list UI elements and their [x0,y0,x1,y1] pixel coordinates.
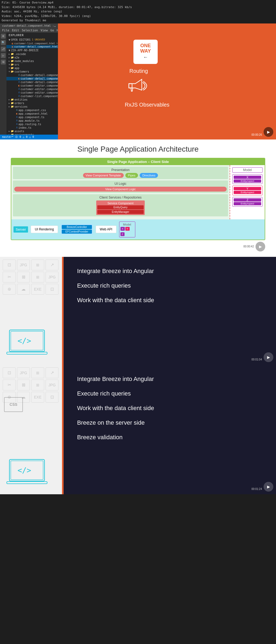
filename-app-html: app.component.html [18,112,47,115]
client-services-layer: Client Services / Repositories Service C… [13,194,228,216]
icon-panel-1: ⊡ JPG ⊞ ↗ ✂ ⊠ ⊞ JPG ⊛ ☁ EXE ⊡ </> [0,257,62,365]
icon-grid-item: ⊡ [46,284,58,295]
course-items-2: Integrate Breeze into Angular Execute ri… [73,376,265,441]
open-editor-customer-detail[interactable]: ◧ customer-detail.component.html src/app… [6,45,58,48]
course-item-2-0: Integrate Breeze into Angular [77,376,265,383]
entity-x-letter: X [234,176,261,179]
menu-edit[interactable]: Edit [12,29,19,32]
course-section-2: ⊡ JPG ⊞ ↗ ✂ ⊠ ⊞ JPG ⊛ ☁ EXE ⊡ CSS </> [0,365,276,494]
ts-icon-1: A [18,81,20,83]
file-customer-detail-html[interactable]: ◧ customer-detail.component.html [6,77,58,80]
ts-icon-4: A [18,95,20,97]
menu-selection[interactable]: Selection [22,29,38,32]
icon-grid-item: JPG [46,272,58,282]
search-activity-icon[interactable]: 🔍 [1,40,6,45]
folder-node-modules[interactable]: ▶ 📁 node_modules [6,59,58,63]
debug-activity-icon[interactable]: ▷ [1,53,6,58]
file-customer-detail-ts[interactable]: A customer-detail.component.ts [6,80,58,84]
filename-customer-detail-ts: customer-detail.component.ts [20,81,58,84]
project-chevron: ▼ [9,49,10,52]
css-file-icon: CSS [4,397,23,412]
menu-go[interactable]: Go [50,29,54,32]
play-button-1[interactable]: ▶ [264,127,273,137]
extensions-activity-icon[interactable]: ⧉ [1,60,6,64]
menu-view[interactable]: View [41,29,48,32]
file-app-routing[interactable]: A app.routing.ts [6,122,58,126]
file-app-css[interactable]: A app.component.css [6,108,58,112]
filename-customer-list-ts: customer-list.component.ts [20,95,58,98]
explorer-activity-icon[interactable]: ⊞ [1,34,6,39]
activity-bar: ⊞ 🔍 ⎇ ▷ ⧉ [0,33,6,137]
server-badge-z: Z [120,232,125,236]
play-button-2[interactable]: ▶ [256,242,265,251]
folder-customers[interactable]: ▼ 📂 customers [6,70,58,73]
icon-grid-bg-1: ⊡ JPG ⊞ ↗ ✂ ⊠ ⊞ JPG ⊛ ☁ EXE ⊡ [0,257,62,297]
folder-services[interactable]: ▶ 📁 services [6,105,58,108]
chevron-node: ▶ [9,60,10,62]
folder-src[interactable]: ▼ 📂 src [6,63,58,66]
folder-entities[interactable]: ▶ 📁 entities [6,98,58,101]
entity-z-name: EntityAspect [234,202,261,205]
presentation-label: Presentation [14,168,227,172]
entity-manager-label: EntityManager [97,210,144,214]
ui-logic-layer: UI Logic View Component Logic [13,180,228,193]
open-editors-text: OPEN EDITORS [11,38,30,41]
course-section-1: ⊡ JPG ⊞ ↗ ✂ ⊠ ⊞ JPG ⊛ ☁ EXE ⊡ </> [0,257,276,365]
spa-model-panel: Model X EntityAspect Y EntityAspect Z En [230,165,265,219]
folder-app[interactable]: ▼ 📂 app [6,66,58,70]
menu-file[interactable]: File [2,29,9,32]
folder-assets[interactable]: ▶ 📁 assets [6,130,58,133]
file-app-module[interactable]: A app.module.ts [6,119,58,122]
spa-footer: 00:00:42 ▶ [11,242,265,251]
html-icon: ◧ [12,42,13,45]
spa-diagram: Single Page Application – Client Side Pr… [11,158,265,240]
one-way-text: ONEWAY [140,43,151,54]
open-editor-customer-list[interactable]: ◧ customer-list.component.html src/app/c… [6,42,58,45]
file-customer-editor-html[interactable]: ◧ customer-editor.component.html [6,84,58,87]
icon-grid-item: EXE [31,284,44,295]
file-customer-list-ts[interactable]: A customer-list.component.ts [6,94,58,98]
icon-grid-item-2: ⊠ [17,380,30,390]
service-component-box: Service Component EntityQuery EntityMana… [96,200,145,215]
file-customer-detail-css[interactable]: A customer-detail.component.css [6,73,58,77]
folder-vscode[interactable]: ▶ 📁 .vscode [6,52,58,56]
routing-label: Routing [129,68,148,74]
pill-view-logic: View Component Logic [14,187,227,192]
icon-grid-item-2: ⊡ [3,367,16,378]
icon-grid-item-2: JPG [17,367,30,378]
folder-name-assets: assets [15,130,24,133]
git-activity-icon[interactable]: ⎇ [1,47,6,52]
spa-section: Single Page Application Architecture Sin… [0,139,276,257]
entity-x-name: EntityAspect [234,179,261,183]
filename-customer-editor-html: customer-editor.component.html [20,84,58,87]
chevron-services: ▶ [9,105,10,108]
statusbar-branch: master* [2,135,13,138]
file-customer-editor-ts2[interactable]: A customer-editor.component.ts [6,91,58,94]
css-label: CSS [10,402,18,407]
vscode-menubar: File Edit Selection View Go Help [0,28,58,33]
play-button-4[interactable]: ▶ [264,482,273,492]
icon-grid-item-2: ↗ [46,367,58,378]
folder-e2e[interactable]: ▶ 📁 e2e [6,56,58,59]
icon-grid-item: ⊞ [31,260,44,270]
css-icon-2: A [16,109,18,111]
file-explorer: EXPLORER ▼ OPEN EDITORS 1 UNSAVED ◧ cust… [6,33,58,137]
icon-grid-item: JPG [17,260,30,270]
folder-name-e2e: e2e [15,56,19,59]
filename-customer-editor-ts2: customer-editor.component.ts [20,91,58,94]
laptop-illustration-1: </> [5,329,49,359]
file-app-ts[interactable]: A app.component.ts [6,115,58,119]
server-model-badges: X Y [120,227,134,231]
file-app-html[interactable]: ◧ app.component.html [6,112,58,115]
folder-icon-customers: 📂 [11,70,14,73]
play-button-3[interactable]: ▶ [264,352,273,362]
pill-pipes-text: Pipes [128,174,136,177]
folder-orders[interactable]: ▶ 📁 orders [6,101,58,105]
file-index[interactable]: A index.ts [6,126,58,130]
file-customer-editor-ts[interactable]: A customer-editor.component.ts [6,87,58,91]
html-icon-3: ◧ [18,77,20,80]
open-editor-filename-1: customer-list.component.html [14,42,55,45]
svg-line-3 [132,88,133,91]
dark-panel-2: Integrate Breeze into Angular Execute ri… [62,365,276,494]
ts-icon-3: A [18,91,20,94]
